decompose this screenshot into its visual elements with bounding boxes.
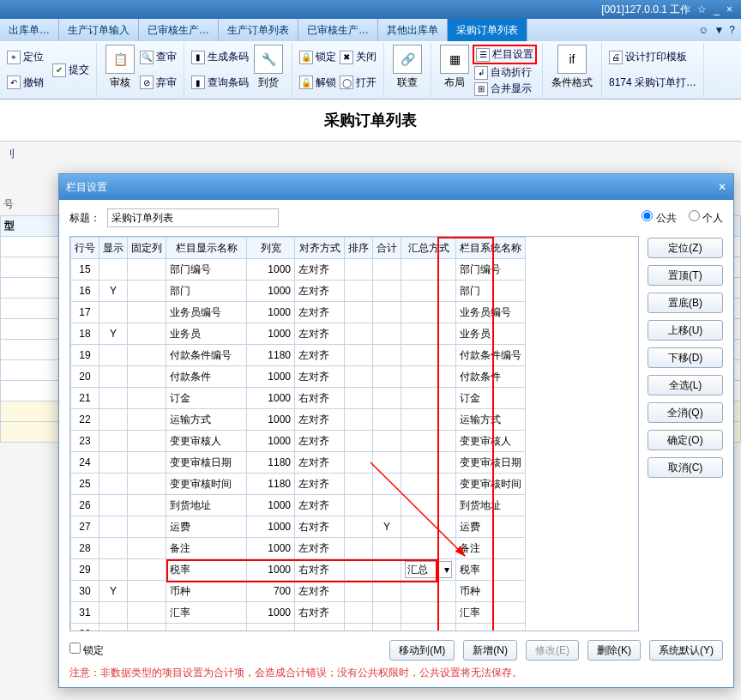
btn-bottom[interactable]: 置底(B) xyxy=(648,293,723,313)
col-header[interactable]: 行号 xyxy=(71,238,99,259)
col-header[interactable]: 栏目系统名称 xyxy=(456,238,526,259)
tab-5[interactable]: 其他出库单 xyxy=(378,19,448,41)
col-header[interactable]: 对齐方式 xyxy=(295,238,345,259)
table-row[interactable]: 19付款条件编号1180左对齐付款条件编号 xyxy=(71,345,526,366)
smile-icon[interactable]: ☺ xyxy=(698,24,708,36)
rbtn-wrap[interactable]: ↲自动折行 xyxy=(473,64,537,81)
rbtn-cond[interactable]: if条件格式 xyxy=(548,45,596,95)
table-row[interactable]: 23变更审核人1000左对齐变更审核人 xyxy=(71,431,526,452)
table-row[interactable]: 25变更审核时间1180左对齐变更审核时间 xyxy=(71,474,526,495)
rbtn-printtpl[interactable]: 8174 采购订单打… xyxy=(607,75,698,91)
table-row[interactable]: 21订金1000右对齐订金 xyxy=(71,388,526,409)
radio-private[interactable]: 个人 xyxy=(689,210,723,226)
rbtn-printdesign[interactable]: 🖨设计打印模板 xyxy=(607,49,698,65)
table-row[interactable]: 28备注1000左对齐备注 xyxy=(71,538,526,559)
tab-1[interactable]: 生产订单输入 xyxy=(59,19,139,41)
print-icon: 🖨 xyxy=(609,51,623,64)
table-row[interactable]: 30Y币种700左对齐币种 xyxy=(71,581,526,602)
dropdown-icon[interactable]: ▼ xyxy=(714,24,724,36)
settings-grid[interactable]: 行号显示固定列栏目显示名称列宽对齐方式排序合计汇总方式栏目系统名称 15部门编号… xyxy=(69,236,639,631)
rbtn-open[interactable]: ◯打开 xyxy=(338,75,378,91)
table-row[interactable]: 22运输方式1000左对齐运输方式 xyxy=(71,409,526,431)
rbtn-columns[interactable]: ☰栏目设置 xyxy=(474,46,535,63)
col-header[interactable]: 列宽 xyxy=(247,238,295,259)
back-label[interactable]: 刂 xyxy=(5,148,15,160)
wrap-icon: ↲ xyxy=(474,66,488,80)
btn-ok[interactable]: 确定(O) xyxy=(648,430,723,450)
layout-icon: ▦ xyxy=(440,45,469,74)
col-header[interactable]: 显示 xyxy=(99,238,128,259)
rbtn-layout[interactable]: ▦布局 xyxy=(437,45,473,95)
rbtn-lock[interactable]: 🔒锁定 xyxy=(298,49,338,65)
rbtn-check-audit[interactable]: 🔍查审 xyxy=(138,49,178,65)
table-row[interactable]: 27运费1000右对齐Y运费 xyxy=(71,516,526,538)
table-row[interactable]: 32 xyxy=(71,624,526,631)
link-icon: 🔗 xyxy=(393,45,422,74)
tab-4[interactable]: 已审核生产… xyxy=(298,19,378,41)
col-header[interactable]: 排序 xyxy=(345,238,373,259)
rbtn-close[interactable]: ✖关闭 xyxy=(338,49,378,65)
rbtn-querybarcode[interactable]: ▮查询条码 xyxy=(190,75,250,91)
unlock-icon: 🔓 xyxy=(299,75,313,89)
radio-public[interactable]: 公共 xyxy=(642,210,676,226)
tab-2[interactable]: 已审核生产… xyxy=(139,19,219,41)
star-icon[interactable]: ☆ xyxy=(697,3,707,15)
col-header[interactable]: 固定列 xyxy=(128,238,166,259)
locate-icon: ⌖ xyxy=(7,51,21,64)
rbtn-merge[interactable]: ⊞合并显示 xyxy=(473,81,537,97)
btn-delete[interactable]: 删除(K) xyxy=(587,640,641,661)
col-header[interactable]: 汇总方式 xyxy=(401,238,456,259)
rbtn-locate[interactable]: ⌖定位 xyxy=(5,49,45,65)
minimize-icon[interactable]: _ xyxy=(714,3,720,15)
rbtn-link[interactable]: 🔗联查 xyxy=(389,45,425,95)
ribbon: ⌖定位 ↶撤销 ✔提交 📋审核 🔍查审 ⊘弃审 ▮生成条码 ▮查询条码 🔧到货 … xyxy=(0,41,741,100)
lock-checkbox[interactable]: 锁定 xyxy=(69,643,104,658)
table-row[interactable]: 17业务员编号1000左对齐业务员编号 xyxy=(71,302,526,323)
undo-icon: ↶ xyxy=(7,75,21,89)
table-row[interactable]: 24变更审核日期1180左对齐变更审核日期 xyxy=(71,452,526,474)
rbtn-submit[interactable]: ✔提交 xyxy=(51,62,91,78)
summary-dropdown[interactable]: 汇总▾ xyxy=(405,561,452,578)
tab-0[interactable]: 出库单… xyxy=(0,19,59,41)
tab-help: ☺ ▼ ? xyxy=(692,19,741,41)
cond-icon: if xyxy=(557,45,587,74)
btn-new[interactable]: 新增(N) xyxy=(463,640,517,661)
btn-down[interactable]: 下移(D) xyxy=(648,347,723,368)
table-row[interactable]: 18Y业务员1000左对齐业务员 xyxy=(71,323,526,345)
btn-default[interactable]: 系统默认(Y) xyxy=(649,640,723,661)
btn-moveto[interactable]: 移动到(M) xyxy=(389,640,455,661)
col-header[interactable]: 栏目显示名称 xyxy=(166,238,247,259)
btn-edit[interactable]: 修改(E) xyxy=(526,640,579,661)
close-icon[interactable]: × xyxy=(726,3,732,15)
dialog-titlebar[interactable]: 栏目设置 ✕ xyxy=(59,174,733,200)
tab-active[interactable]: 采购订单列表 xyxy=(448,19,527,41)
title-input[interactable] xyxy=(107,208,279,227)
rbtn-arrive[interactable]: 🔧到货 xyxy=(250,45,286,95)
table-row[interactable]: 16Y部门1000左对齐部门 xyxy=(71,281,526,302)
btn-top[interactable]: 置顶(T) xyxy=(648,265,723,286)
doc-tabs: 出库单… 生产订单输入 已审核生产… 生产订单列表 已审核生产… 其他出库单 采… xyxy=(0,19,741,41)
table-row[interactable]: 26到货地址1000左对齐到货地址 xyxy=(71,495,526,516)
audit-icon: 📋 xyxy=(105,45,135,74)
col-header[interactable]: 合计 xyxy=(373,238,401,259)
btn-selnone[interactable]: 全消(Q) xyxy=(648,402,723,423)
btn-cancel[interactable]: 取消(C) xyxy=(648,457,723,478)
table-row[interactable]: 31汇率1000右对齐汇率 xyxy=(71,602,526,624)
dropdown-icon[interactable]: ▾ xyxy=(444,564,449,576)
btn-locate[interactable]: 定位(Z) xyxy=(648,238,723,258)
rbtn-undo[interactable]: ↶撤销 xyxy=(5,75,45,91)
table-row[interactable]: 29税率1000右对齐汇总▾税率 xyxy=(71,559,526,581)
page-title: 采购订单列表 xyxy=(0,100,741,142)
btn-up[interactable]: 上移(U) xyxy=(648,320,723,341)
close2-icon: ✖ xyxy=(340,51,353,64)
dialog-close-icon[interactable]: ✕ xyxy=(718,181,726,193)
tab-3[interactable]: 生产订单列表 xyxy=(219,19,298,41)
btn-selall[interactable]: 全选(L) xyxy=(648,375,723,395)
rbtn-audit[interactable]: 📋审核 xyxy=(102,45,138,95)
rbtn-unlock[interactable]: 🔓解锁 xyxy=(298,75,338,91)
help-icon[interactable]: ? xyxy=(729,24,735,36)
table-row[interactable]: 15部门编号1000左对齐部门编号 xyxy=(71,259,526,281)
rbtn-genbarcode[interactable]: ▮生成条码 xyxy=(190,49,250,65)
rbtn-abandon[interactable]: ⊘弃审 xyxy=(138,75,178,91)
table-row[interactable]: 20付款条件1000左对齐付款条件 xyxy=(71,366,526,388)
